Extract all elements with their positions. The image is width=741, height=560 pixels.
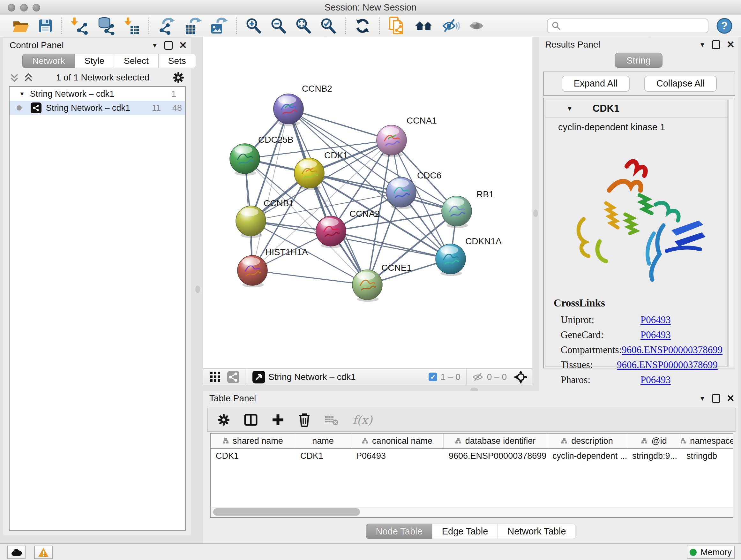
warnings-button[interactable] [34, 546, 53, 559]
node-CDKN1A[interactable]: CDKN1A [435, 236, 502, 276]
memory-button[interactable]: Memory [687, 546, 735, 559]
tab-network-table[interactable]: Network Table [497, 523, 576, 539]
edge-HIST1H1A-CCNE1[interactable] [253, 270, 367, 285]
table-settings-gear-icon[interactable] [217, 414, 230, 426]
gear-icon[interactable] [172, 71, 185, 84]
results-scrollbar[interactable] [728, 99, 734, 367]
show-graphics-button[interactable] [468, 17, 485, 34]
edge-CCNB2-HIST1H1A[interactable] [253, 109, 288, 270]
minimize-window-button[interactable] [20, 4, 28, 11]
panel-close-icon[interactable]: ✕ [727, 394, 735, 403]
crosslink-link[interactable]: 9606.ENSP00000378699 [617, 359, 718, 371]
delete-table-icon[interactable] [325, 414, 339, 426]
save-session-button[interactable] [38, 18, 53, 34]
export-image-button[interactable] [210, 17, 228, 35]
crosslink-link[interactable]: P06493 [641, 374, 671, 386]
export-network-button[interactable] [158, 17, 176, 35]
detach-view-button[interactable] [253, 371, 265, 383]
crosslink-link[interactable]: 9606.ENSP00000378699 [622, 344, 723, 356]
table-cell[interactable]: stringdb [681, 449, 733, 463]
birds-eye-view-button[interactable] [515, 371, 527, 383]
node-table[interactable]: shared namenamecanonical namedatabase id… [210, 433, 733, 518]
vertical-splitter-handle[interactable] [533, 209, 538, 217]
crosslink-link[interactable]: P06493 [641, 329, 671, 341]
column-header-canonical-name[interactable]: canonical name [351, 434, 444, 448]
table-cell[interactable]: CDK1 [211, 449, 295, 463]
column-header-name[interactable]: name [295, 434, 351, 448]
panel-close-icon[interactable]: ✕ [179, 41, 187, 50]
table-horizontal-scrollbar[interactable] [211, 507, 733, 517]
tab-network[interactable]: Network [22, 54, 75, 68]
home-button[interactable] [414, 18, 434, 34]
expand-all-button[interactable]: Expand All [562, 76, 630, 91]
table-cell[interactable]: 9606.ENSP00000378699 [444, 449, 547, 463]
maximize-window-button[interactable] [32, 4, 40, 11]
column-header-description[interactable]: description [547, 434, 627, 448]
network-canvas[interactable]: CCNB2CCNA1CDC25BCDK1CDC6RB1CCNB1CCNA2CDK… [203, 37, 532, 368]
collapse-all-button[interactable]: Collapse All [644, 76, 717, 91]
vertical-splitter-handle[interactable] [195, 286, 200, 293]
table-cell[interactable]: stringdb:9... [627, 449, 681, 463]
network-row[interactable]: String Network – cdk1 11 48 [10, 101, 185, 115]
tab-sets[interactable]: Sets [158, 54, 196, 68]
search-box[interactable] [547, 18, 709, 33]
import-network-button[interactable] [71, 17, 88, 35]
column-header-shared-name[interactable]: shared name [211, 434, 295, 448]
copy-network-button[interactable] [388, 16, 406, 36]
crosslink-link[interactable]: P06493 [641, 314, 671, 326]
zoom-in-button[interactable] [246, 17, 262, 34]
show-columns-icon[interactable] [244, 414, 258, 426]
selected-nodes-checkbox[interactable]: ✓ [428, 373, 437, 381]
tab-edge-table[interactable]: Edge Table [432, 523, 498, 539]
function-builder-button[interactable]: f(x) [353, 414, 373, 427]
zoom-out-button[interactable] [270, 17, 287, 34]
tab-node-table[interactable]: Node Table [366, 523, 432, 539]
panel-float-icon[interactable] [712, 394, 720, 403]
add-column-icon[interactable] [272, 414, 284, 426]
close-window-button[interactable] [8, 4, 15, 11]
panel-collapse-icon[interactable]: ▼ [699, 395, 705, 402]
panel-close-icon[interactable]: ✕ [727, 40, 735, 50]
help-button[interactable]: ? [716, 17, 733, 34]
section-expand-icon[interactable]: ▼ [566, 105, 573, 112]
panel-float-icon[interactable] [712, 40, 720, 49]
node-CDC25B[interactable]: CDC25B [230, 135, 293, 176]
table-row[interactable]: CDK1CDK1P064939606.ENSP00000378699cyclin… [211, 449, 733, 463]
hidden-eye-icon[interactable] [472, 372, 484, 382]
panel-collapse-icon[interactable]: ▼ [151, 42, 158, 49]
column-header-database-identifier[interactable]: database identifier [444, 434, 547, 448]
scrollbar-thumb[interactable] [213, 508, 360, 516]
grid-view-button[interactable] [210, 372, 221, 382]
tab-string[interactable]: String [615, 53, 663, 68]
node-RB1[interactable]: RB1 [442, 189, 494, 228]
panel-float-icon[interactable] [164, 41, 173, 50]
network-graph[interactable]: CCNB2CCNA1CDC25BCDK1CDC6RB1CCNB1CCNA2CDK… [203, 37, 532, 368]
panel-collapse-icon[interactable]: ▼ [699, 41, 705, 49]
network-share-view-button[interactable] [227, 371, 239, 383]
open-session-button[interactable] [12, 18, 29, 34]
column-header--id[interactable]: @id [627, 434, 681, 448]
export-table-button[interactable] [184, 17, 202, 35]
hide-graphics-button[interactable] [442, 17, 460, 34]
zoom-selected-button[interactable] [320, 17, 337, 34]
import-table-button[interactable] [124, 17, 140, 35]
apply-layout-button[interactable] [354, 17, 371, 34]
edge-CCNB2-CCNE1[interactable] [288, 109, 367, 285]
node-CCNE1[interactable]: CCNE1 [352, 263, 412, 302]
expand-all-icon[interactable] [23, 73, 33, 82]
table-cell[interactable]: cyclin-dependent ... [547, 449, 627, 463]
table-cell[interactable]: CDK1 [295, 449, 351, 463]
node-HIST1H1A[interactable]: HIST1H1A [238, 247, 308, 287]
search-input[interactable] [561, 21, 708, 31]
node-CCNA1[interactable]: CCNA1 [377, 116, 437, 157]
zoom-fit-button[interactable] [295, 17, 312, 34]
tab-style[interactable]: Style [75, 54, 114, 68]
gene-section-header[interactable]: ▼ CDK1 [545, 100, 728, 118]
import-network-from-database-button[interactable] [97, 17, 115, 35]
table-cell[interactable]: P06493 [351, 449, 444, 463]
column-header-namespace[interactable]: namespace [681, 434, 733, 448]
delete-trash-icon[interactable] [298, 413, 311, 427]
cloud-status-button[interactable] [7, 546, 25, 559]
node-CCNB1[interactable]: CCNB1 [236, 198, 294, 238]
edge-CCNB2-CCNA1[interactable] [288, 109, 392, 140]
